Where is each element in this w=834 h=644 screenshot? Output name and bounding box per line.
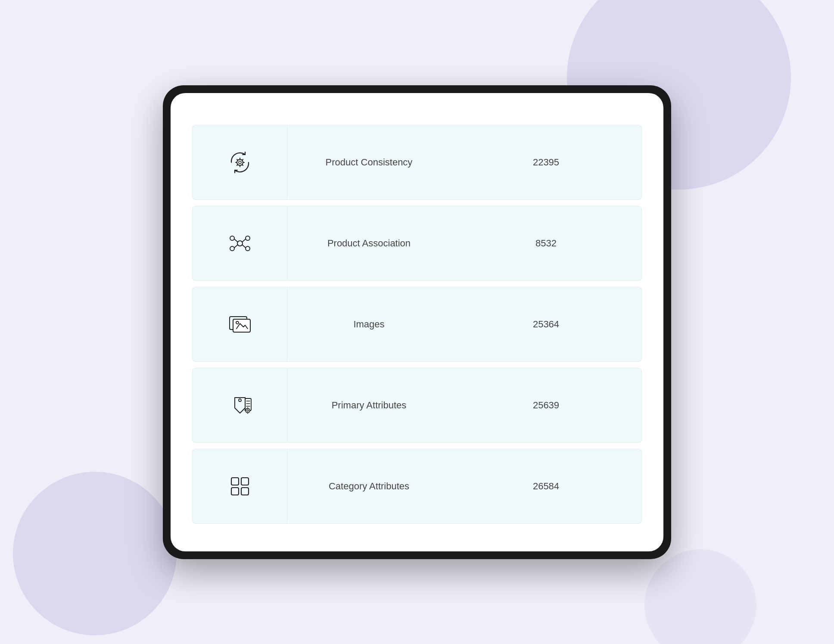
gear-cycle-icon xyxy=(192,125,287,200)
row-value-product-consistency: 22395 xyxy=(451,125,642,200)
row-value-images: 25364 xyxy=(451,287,642,362)
svg-point-13 xyxy=(230,246,234,251)
row-label-product-association: Product Association xyxy=(287,206,451,281)
svg-point-1 xyxy=(239,161,241,164)
svg-point-10 xyxy=(237,241,243,246)
table-row[interactable]: Images 25364 xyxy=(192,287,642,362)
svg-line-18 xyxy=(242,245,246,248)
svg-line-7 xyxy=(242,165,243,165)
row-value-primary-attributes: 25639 xyxy=(451,368,642,443)
svg-point-12 xyxy=(246,236,250,240)
svg-rect-35 xyxy=(231,488,239,495)
row-value-category-attributes: 26584 xyxy=(451,449,642,524)
bg-decoration-bottom-right xyxy=(644,549,756,644)
svg-point-22 xyxy=(239,399,241,401)
table-row[interactable]: Category Attributes 26584 xyxy=(192,449,642,524)
table-row[interactable]: Product Association 8532 xyxy=(192,206,642,281)
svg-rect-33 xyxy=(231,478,239,485)
svg-line-8 xyxy=(242,159,243,160)
svg-line-9 xyxy=(237,165,237,165)
grid-squares-icon xyxy=(192,449,287,524)
svg-line-15 xyxy=(234,239,238,242)
svg-line-17 xyxy=(234,245,238,248)
svg-point-27 xyxy=(246,408,250,413)
bg-decoration-bottom-left xyxy=(13,472,177,635)
network-nodes-icon xyxy=(192,206,287,281)
main-table: Product Consistency 22395 Product Associ… xyxy=(192,119,642,530)
svg-rect-34 xyxy=(241,478,249,485)
tag-list-icon xyxy=(192,368,287,443)
row-label-category-attributes: Category Attributes xyxy=(287,449,451,524)
svg-line-6 xyxy=(237,159,237,160)
row-label-primary-attributes: Primary Attributes xyxy=(287,368,451,443)
table-row[interactable]: Product Consistency 22395 xyxy=(192,125,642,200)
row-label-images: Images xyxy=(287,287,451,362)
svg-point-14 xyxy=(246,246,250,251)
table-row[interactable]: Primary Attributes 25639 xyxy=(192,368,642,443)
device-frame: Product Consistency 22395 Product Associ… xyxy=(163,85,671,559)
svg-rect-36 xyxy=(241,488,249,495)
svg-line-16 xyxy=(242,239,246,242)
device-screen: Product Consistency 22395 Product Associ… xyxy=(171,93,663,551)
row-value-product-association: 8532 xyxy=(451,206,642,281)
images-gallery-icon xyxy=(192,287,287,362)
svg-point-11 xyxy=(230,236,234,240)
row-label-product-consistency: Product Consistency xyxy=(287,125,451,200)
